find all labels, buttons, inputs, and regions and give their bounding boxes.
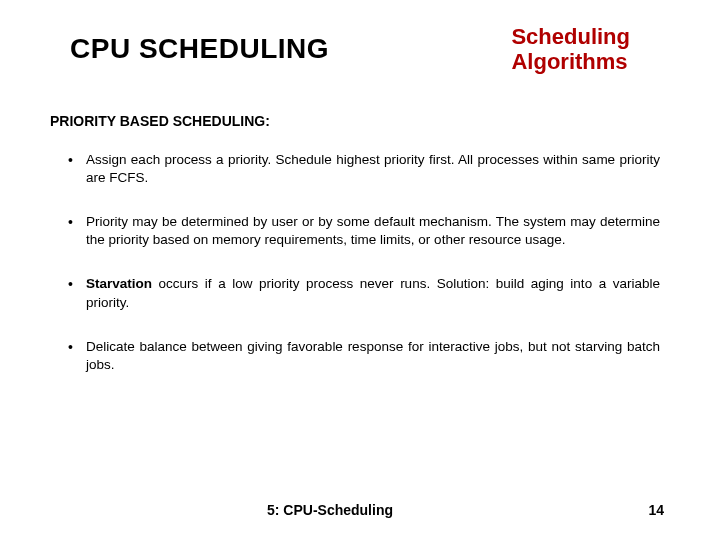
subtitle-line-1: Scheduling	[511, 24, 630, 49]
subtitle-line-2: Algorithms	[511, 49, 630, 74]
footer-page-number: 14	[604, 502, 664, 518]
page-subtitle: Scheduling Algorithms	[511, 24, 670, 75]
list-item: Priority may be determined by user or by…	[86, 213, 660, 249]
slide-footer: 5: CPU-Scheduling 14	[0, 502, 720, 518]
section-heading: PRIORITY BASED SCHEDULING:	[50, 113, 670, 129]
list-item: Delicate balance between giving favorabl…	[86, 338, 660, 374]
bullet-text: Delicate balance between giving favorabl…	[86, 339, 660, 372]
bullet-list: Assign each process a priority. Schedule…	[50, 151, 670, 375]
bullet-text: Priority may be determined by user or by…	[86, 214, 660, 247]
slide-header: CPU SCHEDULING Scheduling Algorithms	[50, 24, 670, 75]
list-item: Assign each process a priority. Schedule…	[86, 151, 660, 187]
page-title: CPU SCHEDULING	[50, 33, 329, 65]
footer-chapter: 5: CPU-Scheduling	[56, 502, 604, 518]
bullet-bold-prefix: Starvation	[86, 276, 152, 291]
bullet-text: occurs if a low priority process never r…	[86, 276, 660, 309]
list-item: Starvation occurs if a low priority proc…	[86, 275, 660, 311]
bullet-text: Assign each process a priority. Schedule…	[86, 152, 660, 185]
slide: CPU SCHEDULING Scheduling Algorithms PRI…	[0, 0, 720, 540]
